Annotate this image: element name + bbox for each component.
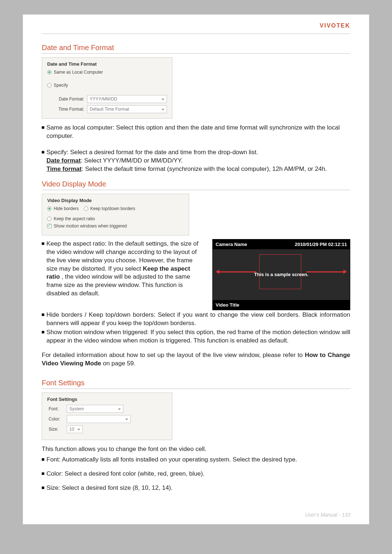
- radio-icon: [47, 70, 52, 74]
- bullet-text: Keep the aspect ratio: In the default se…: [46, 240, 205, 298]
- list-datetime-explain: Same as local computer: Select this opti…: [42, 124, 350, 173]
- radio-label: Specify: [54, 83, 68, 88]
- radio-icon: [47, 217, 52, 221]
- label-font: Font:: [49, 406, 64, 411]
- radio-label: Keep top/down borders: [90, 206, 135, 211]
- check-show-motion[interactable]: Show motion windows when triggered: [47, 223, 184, 229]
- section-title-datetime: Date and Time Format: [42, 44, 350, 54]
- date-format-select[interactable]: YYYY/MM/DD: [87, 95, 167, 103]
- section-title-video: Video Display Mode: [42, 180, 350, 190]
- radio-same-as-local[interactable]: Same as Local Computer: [47, 70, 167, 75]
- video-title-label: Video Title: [213, 300, 350, 310]
- radio-icon: [84, 206, 88, 211]
- label-size: Size:: [49, 427, 64, 432]
- timestamp-label: 2010/01/29 PM 02:12:11: [295, 242, 347, 247]
- radio-keep-aspect[interactable]: Keep the aspect ratio: [47, 216, 95, 221]
- radio-icon: [47, 83, 52, 87]
- label-time-format: Time Format:: [54, 107, 84, 112]
- radio-label: Same as Local Computer: [54, 70, 103, 75]
- radio-keep-topdown[interactable]: Keep top/down borders: [84, 206, 135, 211]
- check-label: Show motion windows when triggered: [54, 223, 127, 229]
- panel-datetime: Date and Time Format Same as Local Compu…: [42, 57, 172, 119]
- size-select[interactable]: 10: [67, 425, 83, 433]
- bullet-text: Hide borders / Keep top/down borders: Se…: [46, 311, 350, 328]
- checkbox-icon: [47, 224, 52, 228]
- bullet-text: Specify: Select a desired format for the…: [46, 148, 350, 173]
- row-color: Color:: [49, 415, 167, 423]
- page-footer: User's Manual - 133: [305, 512, 350, 518]
- radio-label: Hide borders: [54, 206, 79, 211]
- row-font: Font: System: [49, 405, 167, 413]
- radio-hide-borders[interactable]: Hide borders: [47, 206, 79, 211]
- color-select[interactable]: [67, 415, 131, 423]
- bullet-text: Show motion window when triggered: If yo…: [46, 328, 350, 345]
- sample-caption: This is a sample screen.: [213, 272, 350, 277]
- brand-label: VIVOTEK: [42, 22, 350, 33]
- time-format-select[interactable]: Default Time Format: [87, 105, 167, 113]
- radio-specify[interactable]: Specify: [47, 83, 167, 88]
- panel-video-mode: Video Display Mode Hide borders Keep top…: [42, 194, 189, 235]
- row-date-format: Date Format: YYYY/MM/DD: [54, 95, 167, 103]
- radio-label: Keep the aspect ratio: [54, 216, 95, 221]
- divider: [42, 33, 350, 34]
- panel-font-title: Font Settings: [47, 397, 167, 402]
- row-time-format: Time Format: Default Time Format: [54, 105, 167, 113]
- panel-video-title: Video Display Mode: [47, 198, 184, 203]
- bullet-text: Size: Select a desired font size (8, 10,…: [46, 484, 350, 492]
- bullet-text: Font: Automatically lists all fonts inst…: [46, 456, 350, 464]
- camera-name-label: Camera Name: [216, 242, 247, 247]
- panel-datetime-title: Date and Time Format: [47, 61, 167, 67]
- bullet-text: Same as local computer: Select this opti…: [46, 124, 350, 140]
- radio-icon: [47, 206, 52, 211]
- font-select[interactable]: System: [67, 405, 123, 413]
- row-size: Size: 10: [49, 425, 167, 433]
- font-intro: This function allows you to change the f…: [42, 445, 350, 454]
- panel-font: Font Settings Font: System Color: Size: …: [42, 393, 172, 440]
- sample-screen: Camera Name 2010/01/29 PM 02:12:11 This …: [212, 239, 350, 310]
- label-color: Color:: [49, 416, 64, 422]
- video-note: For detailed information about how to se…: [42, 351, 350, 368]
- bullet-text: Color: Select a desired font color (whit…: [46, 470, 350, 478]
- section-title-font: Font Settings: [42, 379, 350, 389]
- label-date-format: Date Format:: [54, 97, 84, 102]
